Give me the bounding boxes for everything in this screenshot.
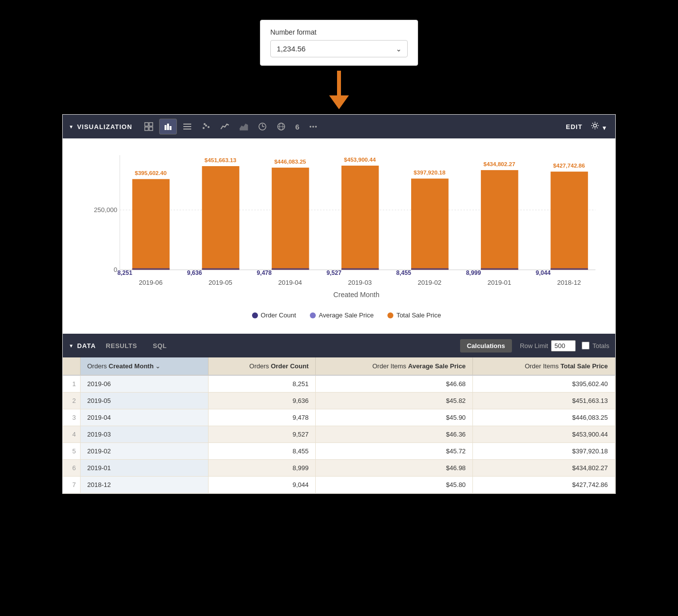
number-format-label: Number format — [270, 28, 408, 36]
sql-tab[interactable]: SQL — [145, 334, 174, 357]
bar-chart-icon — [164, 122, 172, 131]
row-number: 5 — [63, 443, 80, 460]
viz-header: ▼ VISUALIZATION — [63, 115, 615, 138]
row-limit-label: Row Limit — [520, 342, 548, 350]
arrow-indicator — [329, 71, 349, 109]
svg-rect-48 — [132, 268, 170, 270]
table-icon — [144, 122, 153, 131]
list-view-button[interactable] — [179, 119, 196, 134]
bar-2019-04 — [272, 168, 309, 270]
svg-text:$397,920.18: $397,920.18 — [414, 170, 446, 176]
svg-text:$395,602.40: $395,602.40 — [135, 170, 167, 176]
chevron-data-icon: ▼ — [69, 343, 74, 349]
cell-total: $453,900.44 — [473, 426, 615, 443]
svg-text:8,455: 8,455 — [396, 269, 412, 276]
row-limit-input[interactable] — [551, 340, 576, 352]
settings-button[interactable]: ▼ — [589, 121, 609, 132]
table-view-button[interactable] — [140, 119, 157, 134]
svg-point-12 — [208, 126, 210, 128]
more-options-button[interactable]: ••• — [305, 120, 322, 133]
cell-count: 9,044 — [209, 477, 316, 493]
svg-rect-1 — [149, 123, 153, 126]
area-chart-icon — [239, 122, 248, 131]
cell-date: 2019-06 — [80, 375, 209, 393]
cell-avg: $46.68 — [316, 375, 473, 393]
svg-text:2018-12: 2018-12 — [557, 279, 581, 286]
bar-chart-button[interactable] — [159, 119, 177, 134]
cell-date: 2019-01 — [80, 460, 209, 477]
svg-text:2019-02: 2019-02 — [418, 279, 441, 286]
table-row: 2 2019-05 9,636 $45.82 $451,663.13 — [63, 393, 615, 409]
svg-rect-53 — [481, 268, 518, 270]
totals-checkbox[interactable] — [582, 342, 590, 350]
data-table: Orders Created Month ⌄ Orders Order Coun… — [63, 357, 615, 493]
number-display-button[interactable]: 6 — [292, 120, 303, 134]
svg-text:2019-05: 2019-05 — [209, 279, 232, 286]
svg-text:9,636: 9,636 — [187, 269, 202, 276]
cell-avg: $45.82 — [316, 393, 473, 409]
cell-count: 9,478 — [209, 409, 316, 426]
table-row: 5 2019-02 8,455 $45.72 $397,920.18 — [63, 443, 615, 460]
table-row: 3 2019-04 9,478 $45.90 $446,083.25 — [63, 409, 615, 426]
arrow-head — [329, 95, 349, 109]
svg-text:2019-01: 2019-01 — [487, 279, 511, 286]
bar-2019-06 — [132, 179, 170, 269]
svg-text:9,527: 9,527 — [327, 269, 342, 276]
col-total-price-header: Order Items Total Sale Price — [473, 357, 615, 375]
map-button[interactable] — [273, 119, 290, 134]
chevron-left-icon: ▼ — [69, 124, 74, 130]
svg-point-20 — [593, 124, 596, 127]
cell-date: 2019-05 — [80, 393, 209, 409]
chart-legend: Order Count Average Sale Price Total Sal… — [92, 307, 600, 329]
gear-icon — [591, 121, 599, 130]
svg-text:$451,663.13: $451,663.13 — [205, 157, 237, 163]
cell-count: 8,999 — [209, 460, 316, 477]
legend-dot-order-count — [252, 312, 258, 318]
svg-text:9,044: 9,044 — [536, 269, 551, 276]
cell-avg: $45.80 — [316, 477, 473, 493]
cell-count: 8,455 — [209, 443, 316, 460]
cell-count: 9,527 — [209, 426, 316, 443]
main-container: ▼ VISUALIZATION — [62, 114, 616, 494]
row-number: 3 — [63, 409, 80, 426]
scatter-plot-button[interactable] — [198, 119, 214, 134]
edit-button[interactable]: EDIT — [562, 123, 587, 131]
calculations-button[interactable]: Calculations — [460, 339, 512, 352]
cell-date: 2019-03 — [80, 426, 209, 443]
number-format-select[interactable]: 1,234.56 1234.56 $1,234.56 — [270, 40, 408, 57]
svg-rect-0 — [145, 123, 148, 126]
data-header: ▼ DATA RESULTS SQL Calculations Row Limi… — [63, 334, 615, 357]
line-chart-button[interactable] — [216, 119, 233, 134]
svg-text:250,000: 250,000 — [94, 206, 117, 214]
area-chart-button[interactable] — [235, 119, 252, 134]
svg-rect-6 — [170, 126, 171, 130]
list-icon — [183, 122, 192, 131]
totals-label: Totals — [582, 342, 609, 350]
row-number: 7 — [63, 477, 80, 493]
table-row: 6 2019-01 8,999 $46.98 $434,802.27 — [63, 460, 615, 477]
number-display-icon: 6 — [296, 123, 299, 131]
svg-rect-54 — [551, 268, 588, 270]
bar-2019-03 — [341, 166, 379, 270]
col-created-month-header[interactable]: Orders Created Month ⌄ — [80, 357, 209, 375]
cell-count: 9,636 — [209, 393, 316, 409]
row-number: 1 — [63, 375, 80, 393]
bar-chart-svg: 250,000 0 $395,602.40 8,251 2019-06 $451… — [92, 148, 600, 307]
svg-text:$434,802.27: $434,802.27 — [483, 161, 515, 167]
number-format-popup: Number format 1,234.56 1234.56 $1,234.56… — [260, 20, 418, 66]
svg-text:2019-04: 2019-04 — [278, 279, 302, 286]
svg-text:0: 0 — [114, 266, 117, 273]
svg-point-13 — [204, 123, 206, 125]
scatter-icon — [202, 122, 211, 131]
legend-order-count: Order Count — [252, 311, 297, 319]
col-avg-price-header: Order Items Average Sale Price — [316, 357, 473, 375]
cell-total: $397,920.18 — [473, 443, 615, 460]
results-tab[interactable]: RESULTS — [98, 334, 145, 357]
chart-area: 250,000 0 $395,602.40 8,251 2019-06 $451… — [63, 138, 615, 334]
cell-avg: $45.72 — [316, 443, 473, 460]
svg-text:Created Month: Created Month — [334, 291, 380, 299]
svg-text:2019-03: 2019-03 — [348, 279, 372, 286]
bar-2018-12 — [551, 172, 588, 270]
clock-chart-button[interactable] — [254, 119, 271, 134]
legend-dot-avg-price — [310, 312, 316, 318]
